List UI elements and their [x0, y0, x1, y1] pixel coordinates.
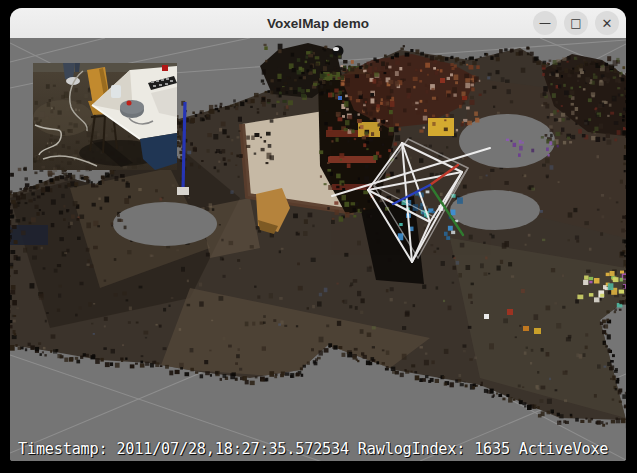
voxel-speckle [594, 394, 597, 398]
voxel-speckle [191, 118, 196, 123]
voxel-speckle [176, 249, 179, 251]
voxel-speckle [10, 203, 11, 206]
voxel-speckle [395, 123, 399, 126]
voxel-speckle [569, 141, 572, 143]
voxel-speckle [469, 358, 473, 361]
voxel-speckle [497, 266, 501, 271]
voxel-speckle [505, 80, 510, 83]
voxel-speckle [515, 336, 517, 338]
voxel-speckle [395, 135, 400, 141]
voxel-speckle [440, 69, 443, 72]
voxel-speckle [250, 381, 255, 385]
voxel-speckle [65, 107, 69, 112]
voxel-speckle [312, 225, 314, 228]
voxel-scene [10, 38, 626, 461]
voxel-speckle [607, 115, 609, 117]
voxel-speckle [444, 119, 446, 121]
voxel-speckle [413, 86, 415, 89]
voxel-speckle [614, 308, 617, 311]
voxel-speckle [305, 61, 308, 64]
voxel-speckle [10, 293, 11, 297]
voxel-speckle [423, 127, 425, 129]
voxel-speckle [460, 383, 464, 386]
voxel-speckle [128, 196, 131, 199]
voxel-speckle [594, 60, 596, 62]
voxel-speckle [585, 63, 588, 66]
voxel-speckle [430, 244, 433, 246]
voxel-speckle [276, 112, 278, 115]
voxel-speckle [420, 52, 424, 56]
voxel-speckle [593, 76, 598, 79]
voxel-speckle [177, 136, 181, 140]
voxel-speckle [325, 46, 327, 49]
voxel-speckle [546, 352, 550, 357]
3d-viewport[interactable]: Timestamp: 2011/07/28,18:27:35.572534 Ra… [10, 38, 626, 461]
voxel-speckle [388, 66, 391, 69]
voxel-speckle [179, 363, 184, 368]
voxel-speckle [257, 111, 260, 113]
voxel-speckle [23, 248, 27, 253]
voxel-speckle [219, 296, 224, 301]
voxel-speckle [35, 101, 38, 105]
minimize-button[interactable]: — [533, 11, 557, 35]
voxel-speckle [261, 148, 265, 151]
voxel-speckle [103, 347, 106, 350]
voxel-speckle [76, 218, 79, 221]
voxel-speckle [346, 82, 350, 87]
voxel-speckle [75, 88, 78, 92]
voxel-speckle [265, 91, 268, 93]
voxel-speckle [187, 151, 191, 155]
voxel-speckle [469, 57, 474, 60]
voxel-speckle [215, 105, 218, 107]
close-button[interactable]: ✕ [595, 11, 619, 35]
voxel-speckle [313, 69, 316, 73]
voxel-speckle [49, 99, 51, 102]
voxel-speckle [293, 90, 297, 94]
voxel-speckle [159, 325, 162, 328]
voxel-speckle [452, 282, 454, 284]
voxel-speckle [59, 237, 64, 241]
voxel-speckle [95, 358, 100, 364]
voxel-speckle [110, 170, 114, 174]
voxel-speckle [40, 112, 44, 118]
voxel-speckle [419, 80, 422, 82]
voxel-speckle [395, 60, 400, 65]
voxel-speckle [420, 70, 422, 72]
yellow-voxel-blob [358, 122, 380, 137]
voxel-speckle [304, 45, 307, 49]
voxel-speckle [589, 293, 594, 297]
voxel-speckle [624, 155, 626, 160]
voxel-speckle [219, 128, 222, 132]
voxel-speckle [87, 264, 90, 266]
voxel-speckle [403, 109, 406, 113]
voxel-speckle [365, 101, 367, 103]
voxel-speckle [580, 71, 584, 74]
voxel-speckle [407, 63, 411, 66]
maximize-button[interactable]: □ [564, 11, 588, 35]
voxel-speckle [488, 273, 490, 275]
titlebar[interactable]: VoxelMap demo — □ ✕ [10, 8, 626, 39]
voxel-speckle [360, 329, 364, 334]
voxel-speckle [475, 118, 479, 123]
voxel-speckle [319, 337, 324, 343]
voxel-speckle [169, 371, 173, 376]
voxel-speckle [240, 102, 244, 107]
voxel-speckle [542, 164, 546, 167]
voxel-speckle [16, 307, 19, 309]
voxel-speckle [622, 119, 625, 122]
voxel-speckle [86, 223, 91, 229]
voxel-speckle [612, 354, 615, 357]
voxel-speckle [206, 253, 210, 257]
voxel-speckle [310, 65, 313, 68]
voxel-speckle [358, 178, 360, 181]
voxel-speckle [557, 110, 559, 112]
voxel-speckle [376, 152, 379, 155]
voxel-speckle [386, 96, 391, 100]
voxel-speckle [115, 363, 120, 368]
voxel-speckle [231, 139, 233, 141]
voxel-speckle [344, 101, 349, 107]
voxel-speckle [425, 353, 428, 355]
voxel-speckle [616, 201, 618, 203]
voxel-speckle [307, 69, 310, 72]
voxel-speckle [12, 300, 17, 305]
